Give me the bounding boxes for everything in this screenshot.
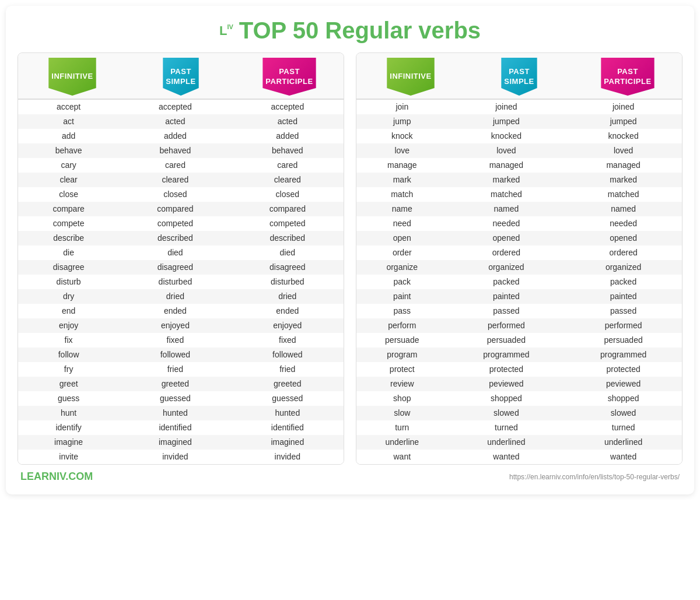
past-simple-cell: organized (448, 260, 565, 275)
right-col-headers: INFINITIVE PASTSIMPLE PASTPARTICIPLE (356, 53, 682, 100)
past-participle-cell: organized (565, 260, 682, 275)
past-simple-cell: turned (448, 420, 565, 435)
past-participle-cell: fried (232, 362, 344, 377)
past-participle-cell: died (232, 245, 344, 260)
past-simple-cell: disagreed (119, 260, 231, 275)
table-row: namenamednamed (356, 202, 682, 216)
table-row: needneededneeded (356, 216, 682, 231)
table-row: knockknockedknocked (356, 129, 682, 143)
table-row: programprogrammedprogrammed (356, 348, 682, 362)
logo-sup: IV (227, 23, 233, 30)
past-participle-cell: followed (232, 348, 344, 362)
table-row: identifyidentifiedidentified (18, 420, 344, 435)
past-simple-cell: dried (119, 289, 231, 304)
past-simple-cell: persuaded (448, 333, 565, 348)
infinitive-cell: describe (18, 231, 119, 245)
left-verb-table: acceptacceptedacceptedactactedactedaddad… (18, 100, 344, 464)
table-row: addaddedadded (18, 129, 344, 143)
infinitive-cell: hunt (18, 406, 119, 420)
footer-url: https://en.learniv.com/info/en/lists/top… (509, 473, 680, 481)
table-row: performperformedperformed (356, 318, 682, 333)
left-past-participle-header: PASTPARTICIPLE (235, 53, 344, 99)
past-simple-cell: guessed (119, 391, 231, 406)
past-participle-cell: loved (565, 143, 682, 158)
past-participle-cell: wanted (565, 450, 682, 464)
past-participle-cell: shopped (565, 391, 682, 406)
table-row: fryfriedfried (18, 362, 344, 377)
right-table-section: INFINITIVE PASTSIMPLE PASTPARTICIPLE (356, 52, 682, 465)
past-participle-cell: programmed (565, 348, 682, 362)
past-simple-cell: behaved (119, 143, 231, 158)
infinitive-cell: mark (356, 173, 448, 187)
past-participle-cell: guessed (232, 391, 344, 406)
past-simple-cell: enjoyed (119, 318, 231, 333)
right-past-simple-header: PASTSIMPLE (465, 53, 573, 99)
table-row: clearclearedcleared (18, 173, 344, 187)
page-title: TOP 50 Regular verbs (239, 17, 481, 44)
past-simple-cell: shopped (448, 391, 565, 406)
infinitive-cell: cary (18, 158, 119, 173)
infinitive-cell: dry (18, 289, 119, 304)
past-participle-cell: knocked (565, 129, 682, 143)
past-simple-cell: named (448, 202, 565, 216)
past-simple-cell: fried (119, 362, 231, 377)
left-past-simple-header: PASTSIMPLE (127, 53, 235, 99)
past-simple-cell: programmed (448, 348, 565, 362)
infinitive-cell: compare (18, 202, 119, 216)
past-simple-cell: invided (119, 450, 231, 464)
past-simple-cell: passed (448, 304, 565, 318)
infinitive-cell: fix (18, 333, 119, 348)
table-row: orderorderedordered (356, 245, 682, 260)
past-simple-cell: competed (119, 216, 231, 231)
past-participle-cell: identified (232, 420, 344, 435)
infinitive-cell: act (18, 114, 119, 129)
table-row: diedieddied (18, 245, 344, 260)
past-participle-cell: underlined (565, 435, 682, 450)
past-simple-cell: matched (448, 187, 565, 202)
past-participle-cell: acted (232, 114, 344, 129)
right-infinitive-banner: INFINITIVE (387, 58, 434, 96)
infinitive-cell: identify (18, 420, 119, 435)
left-col-headers: INFINITIVE PASTSIMPLE PASTPARTICIPLE (18, 53, 344, 100)
table-row: competecompetedcompeted (18, 216, 344, 231)
infinitive-cell: clear (18, 173, 119, 187)
infinitive-cell: jump (356, 114, 448, 129)
past-participle-cell: opened (565, 231, 682, 245)
past-simple-cell: fixed (119, 333, 231, 348)
infinitive-cell: close (18, 187, 119, 202)
table-row: openopenedopened (356, 231, 682, 245)
left-infinitive-banner: INFINITIVE (48, 58, 96, 96)
table-row: closeclosedclosed (18, 187, 344, 202)
footer: LEARNIV.COM https://en.learniv.com/info/… (18, 465, 682, 483)
table-row: behavebehavedbehaved (18, 143, 344, 158)
past-participle-cell: disagreed (232, 260, 344, 275)
infinitive-cell: end (18, 304, 119, 318)
past-participle-cell: compared (232, 202, 344, 216)
past-participle-cell: behaved (232, 143, 344, 158)
infinitive-cell: name (356, 202, 448, 216)
table-row: wantwantedwanted (356, 450, 682, 464)
past-participle-cell: turned (565, 420, 682, 435)
past-participle-cell: needed (565, 216, 682, 231)
table-row: hunthuntedhunted (18, 406, 344, 420)
past-participle-cell: jumped (565, 114, 682, 129)
infinitive-cell: slow (356, 406, 448, 420)
table-row: shopshoppedshopped (356, 391, 682, 406)
header: LIV TOP 50 Regular verbs (18, 12, 682, 52)
infinitive-cell: greet (18, 377, 119, 391)
page-wrapper: LIV TOP 50 Regular verbs INFINITIVE PAST (6, 6, 694, 494)
past-participle-cell: painted (565, 289, 682, 304)
table-row: disturbdisturbeddisturbed (18, 275, 344, 289)
past-participle-cell: managed (565, 158, 682, 173)
infinitive-cell: knock (356, 129, 448, 143)
past-participle-cell: competed (232, 216, 344, 231)
table-row: persuadepersuadedpersuaded (356, 333, 682, 348)
past-simple-cell: greeted (119, 377, 231, 391)
past-simple-cell: loved (448, 143, 565, 158)
table-row: greetgreetedgreeted (18, 377, 344, 391)
right-infinitive-header: INFINITIVE (356, 53, 465, 99)
infinitive-cell: pass (356, 304, 448, 318)
infinitive-cell: disturb (18, 275, 119, 289)
past-simple-cell: cared (119, 158, 231, 173)
past-simple-cell: hunted (119, 406, 231, 420)
